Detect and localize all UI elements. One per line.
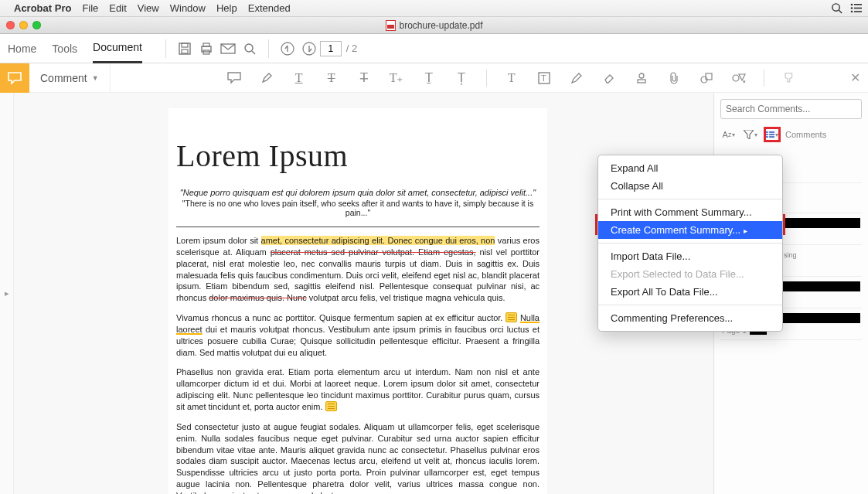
drawing-tools-dropdown[interactable]: ▾ bbox=[731, 70, 747, 86]
menu-export-all[interactable]: Export All To Data File... bbox=[598, 283, 782, 301]
highlight-tool[interactable] bbox=[259, 70, 274, 86]
paragraph-2: Vivamus rhoncus a nunc ac porttitor. Qui… bbox=[176, 312, 540, 358]
svg-rect-33 bbox=[766, 134, 768, 135]
menu-collapse-all[interactable]: Collapse All bbox=[598, 177, 782, 195]
svg-rect-12 bbox=[203, 43, 209, 46]
paragraph-1: Lorem ipsum dolor sit amet, consectetur … bbox=[176, 235, 540, 304]
left-nav-handle[interactable]: ▸ bbox=[0, 93, 14, 494]
toolbar-separator bbox=[764, 70, 764, 87]
window-close-button[interactable] bbox=[6, 21, 15, 29]
replace-text-tool[interactable]: T̶ bbox=[356, 70, 372, 86]
comment-toolbar: Comment ▼ T T T̶ T₊ Ṯ T̩ T T ▾ ✕ bbox=[0, 63, 868, 93]
svg-text:T: T bbox=[541, 73, 546, 83]
next-page-button[interactable] bbox=[298, 42, 320, 56]
menu-window[interactable]: Window bbox=[170, 2, 206, 14]
menu-edit[interactable]: Edit bbox=[109, 2, 126, 14]
menu-create-summary[interactable]: Create Comment Summary... ▸ bbox=[598, 221, 782, 239]
menu-export-selected: Export Selected to Data File... bbox=[598, 265, 782, 283]
tab-document[interactable]: Document bbox=[93, 33, 142, 63]
menu-divider bbox=[598, 199, 782, 199]
paragraph-3: Phasellus non gravida erat. Etiam porta … bbox=[176, 366, 540, 412]
tab-home[interactable]: Home bbox=[8, 35, 36, 63]
save-button[interactable] bbox=[174, 42, 196, 56]
menu-expand-all[interactable]: Expand All bbox=[598, 159, 782, 177]
window-zoom-button[interactable] bbox=[32, 21, 41, 29]
svg-point-4 bbox=[851, 7, 853, 9]
svg-point-15 bbox=[245, 44, 253, 52]
text-callout-tool[interactable]: T bbox=[536, 70, 552, 86]
svg-rect-24 bbox=[638, 80, 645, 83]
menu-import-data[interactable]: Import Data File... bbox=[598, 247, 782, 265]
svg-rect-9 bbox=[182, 43, 188, 47]
tab-tools[interactable]: Tools bbox=[52, 35, 77, 63]
underline-tool[interactable]: T bbox=[291, 70, 307, 86]
toolbar-separator bbox=[486, 70, 487, 87]
svg-point-27 bbox=[733, 75, 739, 81]
comment-options-button[interactable]: ▾ bbox=[764, 127, 781, 142]
eraser-tool[interactable] bbox=[601, 70, 617, 86]
svg-rect-35 bbox=[766, 136, 768, 138]
text-box-tool[interactable]: T bbox=[504, 70, 519, 86]
svg-rect-31 bbox=[766, 131, 768, 133]
svg-line-1 bbox=[839, 10, 842, 13]
comment-dropdown[interactable]: Comment ▼ bbox=[29, 63, 111, 92]
sticky-note-icon[interactable] bbox=[505, 312, 517, 322]
search-button[interactable] bbox=[239, 43, 260, 55]
menu-print-summary[interactable]: Print with Comment Summary... bbox=[598, 203, 782, 221]
menu-view[interactable]: View bbox=[138, 2, 159, 14]
filter-comments-button[interactable]: ▾ bbox=[742, 127, 759, 142]
quote-line: "Neque porro quisquam est qui dolorem ip… bbox=[176, 188, 540, 197]
sticky-note-tool[interactable] bbox=[226, 70, 242, 86]
window-minimize-button[interactable] bbox=[19, 21, 28, 29]
stamp-tool[interactable] bbox=[634, 70, 649, 86]
svg-point-0 bbox=[832, 4, 839, 11]
insert-text-tool[interactable]: T₊ bbox=[389, 70, 404, 86]
menu-file[interactable]: File bbox=[82, 2, 98, 14]
email-button[interactable] bbox=[217, 43, 239, 54]
add-note-to-text-tool[interactable]: Ṯ bbox=[421, 70, 437, 86]
divider bbox=[176, 227, 540, 227]
pdf-file-icon bbox=[385, 20, 395, 31]
strikethrough-annotation[interactable]: placerat metus sed pulvinar volutpat. Et… bbox=[271, 247, 476, 257]
paragraph-4: Sed consectetur justo at augue feugiat s… bbox=[176, 421, 540, 494]
pdf-page: Lorem Ipsum "Neque porro quisquam est qu… bbox=[168, 108, 547, 494]
main-toolbar: Home Tools Document / 2 bbox=[0, 34, 868, 63]
pencil-tool[interactable] bbox=[569, 70, 584, 86]
pin-tool[interactable] bbox=[781, 70, 797, 86]
highlight-annotation[interactable]: amet, consectetur adipiscing elit. Donec… bbox=[261, 236, 495, 245]
svg-rect-34 bbox=[769, 134, 774, 135]
window-titlebar: brochure-update.pdf bbox=[0, 17, 868, 34]
app-menu[interactable]: Acrobat Pro bbox=[14, 2, 71, 14]
sort-comments-button[interactable]: Az▾ bbox=[720, 127, 737, 142]
attach-file-tool[interactable] bbox=[666, 70, 682, 86]
svg-rect-32 bbox=[769, 131, 774, 133]
comment-mode-button[interactable] bbox=[0, 63, 29, 93]
close-comment-pane-button[interactable]: ✕ bbox=[842, 70, 868, 85]
svg-rect-3 bbox=[854, 4, 862, 5]
sticky-note-icon[interactable] bbox=[325, 401, 337, 411]
svg-point-23 bbox=[639, 73, 644, 78]
svg-rect-7 bbox=[854, 11, 862, 12]
strikethrough-tool[interactable]: T bbox=[324, 70, 339, 86]
menu-list-icon[interactable] bbox=[850, 3, 862, 13]
strikethrough-annotation[interactable]: dolor maximus quis. Nunc bbox=[209, 293, 307, 302]
print-button[interactable] bbox=[196, 42, 217, 56]
menu-divider bbox=[598, 305, 782, 305]
menu-extended[interactable]: Extended bbox=[248, 2, 291, 14]
shapes-tool[interactable] bbox=[699, 70, 714, 86]
menu-commenting-prefs[interactable]: Commenting Preferences... bbox=[598, 309, 782, 327]
text-correction-tool[interactable]: T̩ bbox=[454, 70, 469, 86]
prev-page-button[interactable] bbox=[277, 42, 298, 56]
chevron-down-icon: ▼ bbox=[92, 74, 99, 82]
svg-point-2 bbox=[851, 4, 853, 6]
mac-menubar: Acrobat Pro File Edit View Window Help E… bbox=[0, 0, 868, 17]
menu-help[interactable]: Help bbox=[216, 2, 237, 14]
page-number-input[interactable] bbox=[320, 41, 342, 56]
svg-rect-5 bbox=[854, 8, 862, 9]
svg-rect-36 bbox=[769, 136, 774, 138]
search-comments-input[interactable] bbox=[720, 99, 862, 119]
document-title: Lorem Ipsum bbox=[176, 138, 540, 174]
svg-point-6 bbox=[851, 11, 853, 13]
spotlight-icon[interactable] bbox=[831, 2, 842, 14]
svg-rect-8 bbox=[179, 43, 190, 54]
